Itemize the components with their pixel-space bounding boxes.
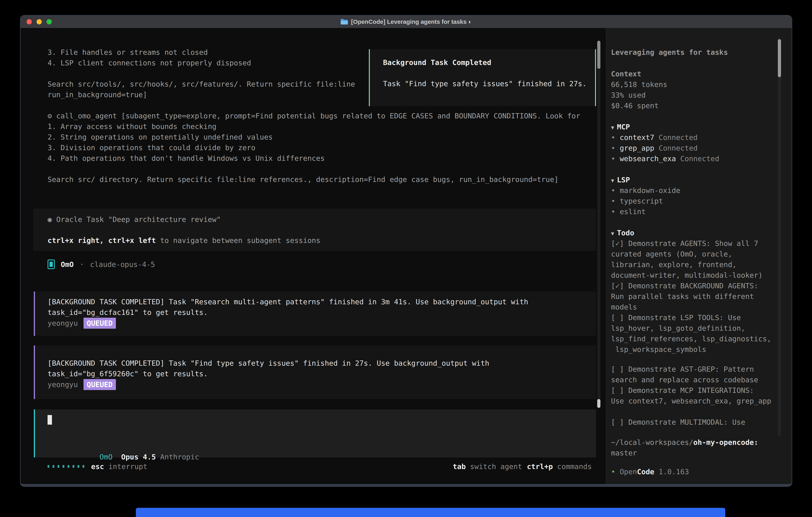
status-badge: QUEUED [84,379,116,390]
chevron-down-icon: ▼ [611,125,614,131]
esc-key-label: interrupt [109,462,147,471]
chevron-down-icon: ▼ [611,178,614,184]
mcp-section-heading[interactable]: ▼MCP [611,121,630,133]
session-title: Leveraging agents for tasks [611,47,728,58]
todo-line-done: models [611,302,637,312]
desktop-accent-bar [136,508,725,517]
sidebar-scrollbar-track[interactable] [778,38,781,436]
window-titlebar[interactable]: [OpenCode] Leveraging agents for tasks ◐ [21,16,792,28]
ctrlp-key-label: commands [557,462,592,471]
chat-scrollbar-track[interactable] [597,40,601,408]
todo-line-pending: search and replace across codebase [611,375,758,385]
oracle-title: ◉ Oracle Task "Deep architecture review" [48,214,221,225]
context-used: 33% used [611,90,645,100]
close-window-button[interactable] [27,19,32,24]
terminal-line: Search src/tools/, src/hooks/, src/featu… [48,79,355,89]
prompt-input[interactable]: OmO Opus 4.5 Anthropic [34,409,596,457]
bullet-icon: • [611,155,615,163]
desktop: [OpenCode] Leveraging agents for tasks ◐… [0,0,812,517]
terminal-line: 1. Array access without bounds checking [48,121,216,132]
input-model[interactable]: Opus 4.5 [121,453,156,461]
todo-line-done: curated agents (OmO, oracle, [611,249,732,259]
ctrlp-key-hint: ctrl+p [527,462,553,471]
mcp-item: • context7 Connected [611,132,698,143]
todo-line-done: Run parallel tasks with different [611,291,754,302]
terminal-line: 4. Path operations that don't handle Win… [48,153,325,164]
lsp-item: • eslint [611,206,645,217]
status-badge: QUEUED [84,318,116,329]
omo-agent-icon [48,260,55,269]
sidebar-panel: Leveraging agents for tasks Context 66,5… [606,28,792,484]
bullet-icon: • [611,186,615,194]
sidebar-scrollbar-thumb[interactable] [778,39,781,77]
agent-header: OmO · claude-opus-4-5 [48,258,155,271]
tool-call-line: ⚙ call_omo_agent [subagent_type=explore,… [48,111,580,121]
agent-model: claude-opus-4-5 [90,259,155,270]
terminal-line: run_in_background=true] [48,89,147,100]
todo-section-heading[interactable]: ▼Todo [611,227,634,239]
gear-icon: ⚙ [48,112,52,120]
bullet-icon: • [611,133,615,141]
bullet-icon: • [611,144,615,152]
tab-key-label: switch agent [470,462,522,471]
task-line: [BACKGROUND TASK COMPLETED] Task "Resear… [48,297,528,307]
chevron-down-icon: ▼ [611,230,614,237]
agent-name: OmO [61,259,74,270]
todo-line-active: lsp_find_references, lsp_diagnostics, [611,333,771,344]
task-line: [BACKGROUND TASK COMPLETED] Task "Find t… [48,358,489,369]
terminal-window: [OpenCode] Leveraging agents for tasks ◐… [20,15,792,487]
text-cursor [48,415,52,425]
toast-title: Background Task Completed [383,57,491,68]
task-meta: yeongyuQUEUED [48,318,116,329]
todo-line-done: [✓] Demonstrate AGENTS: Show all 7 [611,238,758,249]
separator-dot: · [80,259,84,270]
tab-key-hint: tab [453,462,466,471]
oracle-hint: ctrl+x right, ctrl+x left to navigate be… [48,235,320,246]
context-heading: Context [611,69,641,79]
task-line: task_id="bg_dcfac161" to get results. [48,307,208,318]
terminal-line: 3. File handles or streams not closed [48,47,208,58]
chat-scrollbar-marker[interactable] [597,399,601,408]
workspace-path: ~/local-workspaces/oh-my-opencode: [611,437,758,447]
context-tokens: 66,518 tokens [611,79,667,90]
oracle-icon: ◉ [48,215,52,223]
lsp-item: • typescript [611,196,663,206]
window-title: [OpenCode] Leveraging agents for tasks ◐ [351,19,472,25]
minimize-window-button[interactable] [36,19,42,24]
task-user: yeongyu [48,319,78,327]
task-meta: yeongyuQUEUED [48,379,116,390]
status-bar-left: esc interrupt [48,461,147,472]
toast-body: Task "Find type safety issues" finished … [383,78,587,89]
todo-line-active: [ ] Demonstrate LSP TOOLS: Use [611,312,741,323]
background-task-toast: Background Task Completed Task "Find typ… [369,49,596,106]
bullet-icon: • [611,197,615,205]
task-line: task_id="bg_6f59260c" to get results. [48,369,208,379]
terminal-line: 4. LSP client connections not properly d… [48,58,251,68]
todo-line-pending: [ ] Demonstrate MCP INTEGRATIONS: [611,385,754,396]
lsp-item: • markdown-oxide [611,185,680,196]
todo-line-pending: Use context7, websearch_exa, grep_app [611,396,771,406]
todo-line-done: document-writer, multimodal-looker) [611,270,763,280]
terminal-line: Search src/ directory. Return specific f… [48,174,559,185]
todo-line-active: lsp_hover, lsp_goto_definition, [611,323,745,333]
status-dot-icon: • [611,468,615,476]
traffic-lights [27,16,52,28]
task-message: [BACKGROUND TASK COMPLETED] Task "Resear… [34,292,596,336]
version-line: • OpenCode 1.0.163 [611,466,689,477]
lsp-section-heading[interactable]: ▼LSP [611,174,630,186]
input-provider: Anthropic [160,453,199,461]
chat-scrollbar-thumb[interactable] [597,41,601,69]
activity-dots-icon [48,465,84,468]
todo-line-pending: [ ] Demonstrate AST-GREP: Pattern [611,364,754,375]
input-agent[interactable]: OmO [99,453,113,461]
bullet-icon: • [611,208,615,216]
todo-line-pending: [ ] Demonstrate MULTIMODAL: Use [611,417,745,428]
todo-line-done: [✓] Demonstrate BACKGROUND AGENTS: [611,280,758,291]
esc-key-hint: esc [91,462,104,471]
task-user: yeongyu [48,380,78,389]
workspace-branch: master [611,447,637,458]
todo-line-done: librarian, explore, frontend, [611,259,737,270]
maximize-window-button[interactable] [47,19,52,24]
task-message: [BACKGROUND TASK COMPLETED] Task "Find t… [34,346,596,399]
oracle-task-card: ◉ Oracle Task "Deep architecture review"… [33,209,596,251]
